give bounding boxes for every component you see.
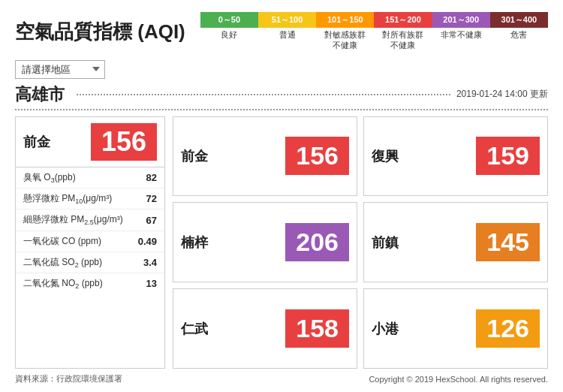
aqi-legend-cell: 201～300 bbox=[432, 12, 490, 28]
station-card-name: 前鎮 bbox=[372, 234, 399, 252]
pollutant-value: 82 bbox=[146, 172, 157, 183]
station-card-name: 楠梓 bbox=[181, 234, 208, 252]
header: 空氣品質指標 (AQI) 0～5051～100101～150151～200201… bbox=[15, 12, 548, 53]
pollutant-value: 3.4 bbox=[143, 257, 157, 268]
pollutant-value: 67 bbox=[146, 215, 157, 226]
aqi-legend-label: 普通 bbox=[258, 28, 316, 53]
detail-station-name: 前金 bbox=[23, 133, 50, 151]
footer-copyright: Copyright © 2019 HexSchool. All rights r… bbox=[369, 375, 548, 384]
station-card: 前鎮145 bbox=[363, 202, 548, 282]
detail-card: 前金 156 臭氧 O3(ppb)82懸浮微粒 PM10(μg/m³)72細懸浮… bbox=[15, 116, 165, 369]
detail-row: 細懸浮微粒 PM2.5(μg/m³)67 bbox=[16, 210, 164, 231]
station-card-aqi: 126 bbox=[476, 309, 540, 348]
city-datetime: 2019-01-24 14:00 更新 bbox=[456, 88, 548, 101]
aqi-legend-cell: 151～200 bbox=[374, 12, 432, 28]
detail-row: 一氧化碳 CO (ppm)0.49 bbox=[16, 231, 164, 252]
pollutant-value: 13 bbox=[146, 278, 157, 289]
detail-row: 懸浮微粒 PM10(μg/m³)72 bbox=[16, 188, 164, 210]
footer-source: 資料來源：行政院環境保護署 bbox=[15, 373, 122, 384]
station-card: 仁武158 bbox=[173, 288, 357, 369]
station-card: 楠梓206 bbox=[173, 202, 357, 282]
detail-pollutants-list: 臭氧 O3(ppb)82懸浮微粒 PM10(μg/m³)72細懸浮微粒 PM2.… bbox=[16, 167, 164, 294]
aqi-legend-cell: 51～100 bbox=[258, 12, 316, 28]
aqi-legend-label: 危害 bbox=[490, 28, 548, 53]
station-row: 楠梓206前鎮145 bbox=[173, 202, 548, 282]
station-card-name: 前金 bbox=[181, 147, 208, 165]
aqi-legend-label: 對所有族群 不健康 bbox=[374, 28, 432, 53]
pollutant-name: 二氧化氮 NO2 (ppb) bbox=[23, 277, 103, 290]
city-dots-divider bbox=[77, 94, 450, 95]
pollutant-name: 懸浮微粒 PM10(μg/m³) bbox=[23, 192, 112, 205]
region-selector-row: 請選擇地區高雄市臺北市臺中市 bbox=[15, 60, 548, 79]
station-card-aqi: 159 bbox=[476, 137, 540, 175]
pollutant-value: 0.49 bbox=[138, 236, 157, 247]
aqi-legend-range-row: 0～5051～100101～150151～200201～300301～400 bbox=[200, 12, 548, 28]
pollutant-value: 72 bbox=[146, 193, 157, 204]
station-card-aqi: 158 bbox=[285, 309, 349, 348]
city-row: 高雄市 2019-01-24 14:00 更新 bbox=[15, 83, 548, 110]
page-title: 空氣品質指標 (AQI) bbox=[15, 19, 185, 45]
detail-row: 臭氧 O3(ppb)82 bbox=[16, 167, 164, 188]
station-card-aqi: 145 bbox=[476, 223, 540, 261]
station-grid: 前金156復興159楠梓206前鎮145仁武158小港126 bbox=[173, 116, 548, 369]
station-card: 前金156 bbox=[173, 116, 357, 197]
region-select[interactable]: 請選擇地區高雄市臺北市臺中市 bbox=[15, 60, 105, 79]
station-card: 小港126 bbox=[363, 288, 548, 369]
footer: 資料來源：行政院環境保護署 Copyright © 2019 HexSchool… bbox=[15, 373, 548, 384]
aqi-legend-label: 非常不健康 bbox=[432, 28, 490, 53]
station-card-name: 仁武 bbox=[181, 320, 208, 338]
aqi-legend-cell: 0～50 bbox=[200, 12, 258, 28]
station-row: 前金156復興159 bbox=[173, 116, 548, 197]
aqi-legend-label-row: 良好普通對敏感族群 不健康對所有族群 不健康非常不健康危害 bbox=[200, 28, 548, 53]
pollutant-name: 一氧化碳 CO (ppm) bbox=[23, 235, 101, 248]
detail-row: 二氧化硫 SO2 (ppb)3.4 bbox=[16, 252, 164, 273]
main-content: 前金 156 臭氧 O3(ppb)82懸浮微粒 PM10(μg/m³)72細懸浮… bbox=[15, 116, 548, 369]
aqi-legend-cell: 301～400 bbox=[490, 12, 548, 28]
pollutant-name: 臭氧 O3(ppb) bbox=[23, 171, 76, 184]
pollutant-name: 二氧化硫 SO2 (ppb) bbox=[23, 256, 102, 269]
station-card-name: 小港 bbox=[372, 320, 399, 338]
station-card-name: 復興 bbox=[372, 147, 399, 165]
detail-aqi-value: 156 bbox=[91, 123, 157, 161]
aqi-legend-label: 良好 bbox=[200, 28, 258, 53]
aqi-legend-label: 對敏感族群 不健康 bbox=[316, 28, 374, 53]
station-row: 仁武158小港126 bbox=[173, 288, 548, 369]
detail-row: 二氧化氮 NO2 (ppb)13 bbox=[16, 273, 164, 294]
detail-card-header: 前金 156 bbox=[16, 117, 164, 167]
pollutant-name: 細懸浮微粒 PM2.5(μg/m³) bbox=[23, 213, 123, 226]
station-card-aqi: 206 bbox=[285, 223, 349, 261]
page: 空氣品質指標 (AQI) 0～5051～100101～150151～200201… bbox=[0, 0, 563, 392]
aqi-legend: 0～5051～100101～150151～200201～300301～400 良… bbox=[200, 12, 548, 53]
station-card-aqi: 156 bbox=[285, 137, 349, 175]
city-name: 高雄市 bbox=[15, 83, 65, 106]
aqi-legend-cell: 101～150 bbox=[316, 12, 374, 28]
station-card: 復興159 bbox=[363, 116, 548, 197]
